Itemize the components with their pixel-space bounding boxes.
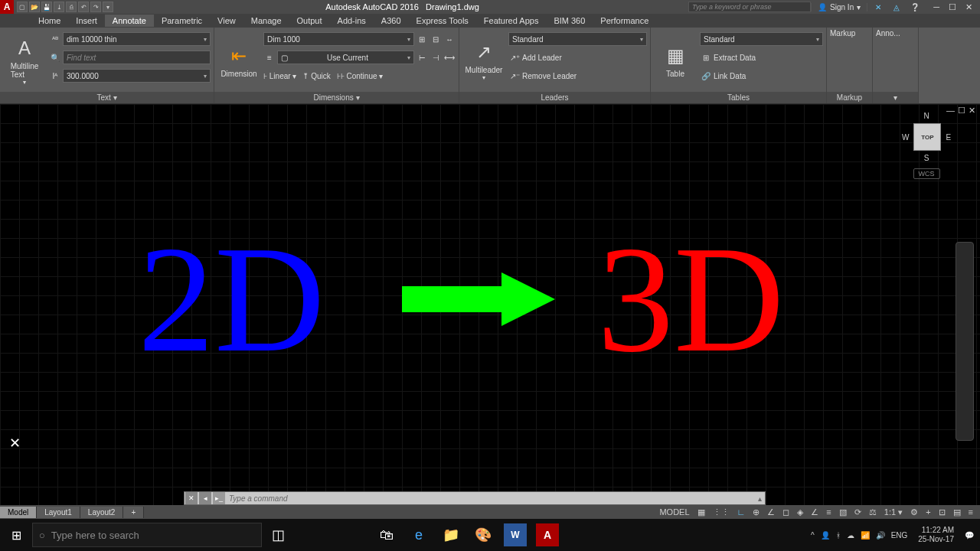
signin-button[interactable]: 👤 Sign In ▾ <box>811 3 867 11</box>
add-layout-button[interactable]: + <box>123 507 144 518</box>
minimize-button[interactable]: ─ <box>933 2 939 12</box>
tray-language[interactable]: ENG <box>891 531 908 540</box>
wcs-label[interactable]: WCS <box>913 168 940 179</box>
exchange-icon[interactable]: ✕ <box>872 1 884 13</box>
ortho-icon[interactable]: ∟ <box>735 507 748 517</box>
doc-close-button[interactable]: ✕ <box>969 106 975 116</box>
qat-redo-icon[interactable]: ↷ <box>90 2 101 12</box>
qat-undo-icon[interactable]: ↶ <box>78 2 89 12</box>
panel-anno[interactable]: ▾ Anno... <box>873 28 919 103</box>
canvas-text-3d[interactable]: 3D <box>597 211 784 386</box>
continue-button[interactable]: ⊦⊦ Continue ▾ <box>337 72 384 80</box>
quick-button[interactable]: ⤒ Quick <box>302 72 330 80</box>
tab-annotate[interactable]: Annotate <box>105 15 154 27</box>
dim-tool4-icon[interactable]: ⊢ <box>416 51 428 64</box>
find-text-input[interactable]: Find text <box>63 51 211 64</box>
explorer-icon[interactable]: 📁 <box>435 519 467 551</box>
tray-wifi-icon[interactable]: 📶 <box>861 531 870 540</box>
dim-style-combo[interactable]: Dim 1000▾ <box>263 32 414 46</box>
tab-addins[interactable]: Add-ins <box>330 15 374 27</box>
qat-saveas-icon[interactable]: ⤓ <box>54 2 64 12</box>
3dosnap-icon[interactable]: ◈ <box>795 507 805 517</box>
leader-style-combo[interactable]: Standard▾ <box>508 32 647 46</box>
multileader-button[interactable]: ↗ Multileader ▾ <box>462 29 505 92</box>
use-current-combo[interactable]: ▢ Use Current▾ <box>277 51 414 64</box>
scale-combo[interactable]: 1:1 ▾ <box>882 507 905 517</box>
panel-tables-label[interactable]: Tables <box>651 92 826 103</box>
close-button[interactable]: ✕ <box>965 2 972 12</box>
table-style-combo[interactable]: Standard▾ <box>700 32 823 46</box>
tray-onedrive-icon[interactable]: ☁ <box>847 531 854 540</box>
viewcube-top[interactable]: TOP <box>913 123 941 151</box>
task-view-icon[interactable]: ◫ <box>262 519 294 551</box>
dim-tool5-icon[interactable]: ⊣ <box>430 51 442 64</box>
drawing-canvas[interactable]: — ☐ ✕ 2D 3D N W TOP E S WCS ✕ <box>0 104 980 505</box>
multiline-text-button[interactable]: A Multiline Text ▾ <box>3 29 46 92</box>
windows-search-input[interactable]: ○ Type here to search <box>32 523 262 547</box>
notifications-icon[interactable]: 💬 <box>965 531 974 540</box>
tab-featured-apps[interactable]: Featured Apps <box>476 15 547 27</box>
dim-tool1-icon[interactable]: ⊞ <box>416 33 428 45</box>
tab-express-tools[interactable]: Express Tools <box>409 15 476 27</box>
tab-model[interactable]: Model <box>0 507 37 518</box>
qat-new-icon[interactable]: ▢ <box>17 2 28 12</box>
view-cube[interactable]: N W TOP E S WCS <box>896 112 957 188</box>
tab-bim360[interactable]: BIM 360 <box>546 15 593 27</box>
tab-insert[interactable]: Insert <box>68 15 105 27</box>
quick-props-icon[interactable]: ▤ <box>951 507 963 517</box>
remove-leader-button[interactable]: ↗⁻Remove Leader <box>508 67 647 84</box>
lineweight-icon[interactable]: ≡ <box>824 507 833 517</box>
navigation-bar[interactable] <box>956 242 974 441</box>
qat-print-icon[interactable]: ⎙ <box>66 2 77 12</box>
polar-icon[interactable]: ⊕ <box>750 507 762 517</box>
dim-tool6-icon[interactable]: ⟷ <box>443 51 456 64</box>
app-icon[interactable]: 🎨 <box>467 519 499 551</box>
text-style-combo[interactable]: dim 10000 thin▾ <box>63 32 211 46</box>
viewcube-s[interactable]: S <box>924 154 929 162</box>
keyword-search-input[interactable]: Type a keyword or phrase <box>688 2 811 12</box>
canvas-arrow-icon[interactable] <box>402 272 555 326</box>
viewcube-n[interactable]: N <box>923 112 929 120</box>
tab-parametric[interactable]: Parametric <box>154 15 210 27</box>
tab-home[interactable]: Home <box>31 15 68 27</box>
app-logo-icon[interactable]: A <box>0 0 14 14</box>
tab-view[interactable]: View <box>210 15 243 27</box>
model-space-button[interactable]: MODEL <box>657 507 691 517</box>
viewcube-e[interactable]: E <box>946 133 951 142</box>
qat-save-icon[interactable]: 💾 <box>41 2 52 12</box>
transparency-icon[interactable]: ▧ <box>837 507 849 517</box>
autocad-taskbar-icon[interactable]: A <box>536 523 559 546</box>
tray-bluetooth-icon[interactable]: ᚼ <box>836 531 841 540</box>
cmd-expand-icon[interactable]: ▴ <box>755 494 765 503</box>
annotation-monitor-icon[interactable]: + <box>923 507 933 517</box>
panel-leaders-label[interactable]: Leaders <box>459 92 650 103</box>
extract-data-button[interactable]: ⊞Extract Data <box>700 49 823 66</box>
customize-icon[interactable]: ≡ <box>966 507 975 517</box>
dim-tool3-icon[interactable]: ↔ <box>443 33 456 45</box>
dim-tool2-icon[interactable]: ⊟ <box>430 33 442 45</box>
tab-layout2[interactable]: Layout2 <box>80 507 124 518</box>
table-button[interactable]: ▦ Table <box>654 29 697 92</box>
otrack-icon[interactable]: ∠ <box>808 507 821 517</box>
tab-layout1[interactable]: Layout1 <box>37 507 80 518</box>
store-icon[interactable]: 🛍 <box>371 519 403 551</box>
tab-a360[interactable]: A360 <box>374 15 409 27</box>
osnap-icon[interactable]: ◻ <box>780 507 792 517</box>
doc-maximize-button[interactable]: ☐ <box>958 106 965 116</box>
panel-markup[interactable]: Markup Markup <box>827 28 873 103</box>
tab-output[interactable]: Output <box>289 15 330 27</box>
panel-text-label[interactable]: Text ▾ <box>0 92 214 103</box>
word-icon[interactable]: W <box>504 523 527 546</box>
isoplane-icon[interactable]: ∠ <box>765 507 777 517</box>
add-leader-button[interactable]: ↗⁺Add Leader <box>508 49 647 66</box>
link-data-button[interactable]: 🔗Link Data <box>700 67 823 84</box>
qat-more-icon[interactable]: ▾ <box>103 2 113 12</box>
annotation-scale-icon[interactable]: ⚖ <box>867 507 879 517</box>
start-button[interactable]: ⊞ <box>0 519 32 551</box>
command-line[interactable]: ✕ ◂ ▸_ Type a command ▴ <box>184 491 766 505</box>
linear-button[interactable]: ⊦ Linear ▾ <box>263 72 296 80</box>
cycling-icon[interactable]: ⟳ <box>852 507 864 517</box>
edge-icon[interactable]: e <box>403 519 435 551</box>
tab-performance[interactable]: Performance <box>593 15 656 27</box>
maximize-button[interactable]: ☐ <box>949 2 956 12</box>
